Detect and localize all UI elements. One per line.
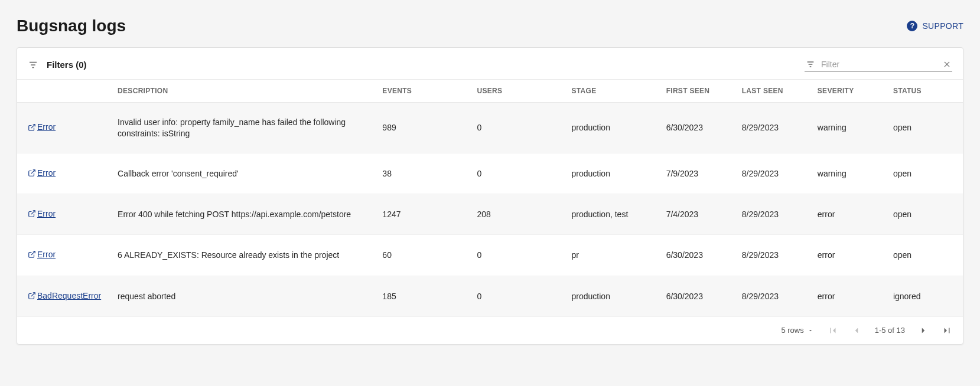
cell-description: 6 ALREADY_EXISTS: Resource already exist…: [112, 235, 376, 276]
cell-first-seen: 6/30/2023: [660, 235, 736, 276]
cell-status: ignored: [887, 276, 963, 316]
cell-users: 0: [471, 235, 565, 276]
logs-table: DESCRIPTION EVENTS USERS STAGE FIRST SEE…: [17, 80, 963, 317]
logs-card: Filters (0) DESCRIPTION EVENTS USERS STA…: [17, 47, 963, 345]
cell-events: 38: [376, 153, 471, 194]
cell-events: 1247: [376, 194, 471, 235]
cell-description: request aborted: [112, 276, 376, 316]
cell-description: Error 400 while fetching POST https://ap…: [112, 194, 376, 235]
cell-users: 0: [471, 153, 565, 194]
cell-status: open: [887, 194, 963, 235]
rows-per-page[interactable]: 5 rows: [781, 326, 813, 335]
cell-last-seen: 8/29/2023: [736, 103, 812, 153]
cell-users: 0: [471, 276, 565, 316]
filter-icon: [806, 60, 815, 69]
cell-stage: pr: [566, 235, 660, 276]
cell-users: 208: [471, 194, 565, 235]
last-page-button[interactable]: [942, 325, 952, 336]
cell-last-seen: 8/29/2023: [736, 276, 812, 316]
cell-first-seen: 7/9/2023: [660, 153, 736, 194]
filters-bar: Filters (0): [17, 48, 963, 80]
cell-events: 989: [376, 103, 471, 153]
cell-last-seen: 8/29/2023: [736, 194, 812, 235]
cell-severity: warning: [812, 153, 887, 194]
external-link-icon: [28, 292, 36, 300]
cell-first-seen: 6/30/2023: [660, 103, 736, 153]
help-icon: ?: [907, 21, 917, 31]
cell-last-seen: 8/29/2023: [736, 235, 812, 276]
error-link-label: Error: [37, 208, 56, 219]
svg-line-10: [31, 211, 35, 214]
cell-first-seen: 6/30/2023: [660, 276, 736, 316]
pagination-range: 1-5 of 13: [875, 326, 905, 335]
svg-line-12: [31, 292, 35, 296]
col-users[interactable]: USERS: [471, 80, 565, 103]
table-header-row: DESCRIPTION EVENTS USERS STAGE FIRST SEE…: [17, 80, 963, 103]
cell-severity: error: [812, 194, 887, 235]
error-link[interactable]: Error: [28, 168, 56, 178]
pagination: 5 rows 1-5 of 13: [17, 317, 963, 344]
col-severity[interactable]: SEVERITY: [812, 80, 887, 103]
first-page-button[interactable]: [828, 325, 838, 336]
col-first-seen[interactable]: FIRST SEEN: [660, 80, 736, 103]
svg-line-9: [31, 170, 35, 174]
error-link[interactable]: Error: [28, 208, 56, 219]
prev-page-button[interactable]: [851, 325, 862, 336]
cell-users: 0: [471, 103, 565, 153]
cell-description: Callback error 'consent_required': [112, 153, 376, 194]
cell-stage: production: [566, 276, 660, 316]
cell-severity: warning: [812, 103, 887, 153]
table-row[interactable]: ErrorError 400 while fetching POST https…: [17, 194, 963, 235]
svg-line-11: [31, 251, 35, 255]
cell-first-seen: 7/4/2023: [660, 194, 736, 235]
cell-severity: error: [812, 235, 887, 276]
error-link-label: Error: [37, 122, 56, 132]
cell-events: 60: [376, 235, 471, 276]
table-row[interactable]: ErrorCallback error 'consent_required'38…: [17, 153, 963, 194]
error-link-label: Error: [37, 249, 56, 260]
chevron-down-icon: [808, 328, 813, 333]
col-description[interactable]: DESCRIPTION: [112, 80, 376, 103]
error-link-label: BadRequestError: [37, 290, 101, 301]
error-link[interactable]: BadRequestError: [28, 290, 101, 301]
error-link[interactable]: Error: [28, 122, 56, 132]
cell-description: Invalid user info: property family_name …: [112, 103, 376, 153]
filter-input[interactable]: [821, 60, 937, 69]
col-status[interactable]: STATUS: [887, 80, 963, 103]
svg-line-8: [31, 124, 35, 127]
external-link-icon: [28, 169, 36, 177]
page-title: Bugsnag logs: [17, 17, 126, 35]
table-row[interactable]: ErrorInvalid user info: property family_…: [17, 103, 963, 153]
cell-stage: production, test: [566, 194, 660, 235]
table-row[interactable]: BadRequestErrorrequest aborted1850produc…: [17, 276, 963, 316]
cell-status: open: [887, 235, 963, 276]
external-link-icon: [28, 123, 36, 132]
external-link-icon: [28, 250, 36, 259]
table-row[interactable]: Error6 ALREADY_EXISTS: Resource already …: [17, 235, 963, 276]
cell-stage: production: [566, 153, 660, 194]
external-link-icon: [28, 210, 36, 218]
cell-status: open: [887, 153, 963, 194]
cell-events: 185: [376, 276, 471, 316]
support-link[interactable]: ? SUPPORT: [907, 21, 963, 31]
error-link-label: Error: [37, 168, 56, 178]
clear-filter-icon[interactable]: [943, 60, 951, 68]
error-link[interactable]: Error: [28, 249, 56, 260]
col-last-seen[interactable]: LAST SEEN: [736, 80, 812, 103]
next-page-button[interactable]: [918, 325, 929, 336]
rows-label: 5 rows: [781, 326, 803, 335]
cell-last-seen: 8/29/2023: [736, 153, 812, 194]
support-label: SUPPORT: [922, 21, 963, 31]
filter-list-icon[interactable]: [28, 60, 38, 70]
filters-title: Filters (0): [47, 60, 87, 70]
cell-stage: production: [566, 103, 660, 153]
col-events[interactable]: EVENTS: [376, 80, 471, 103]
col-stage[interactable]: STAGE: [566, 80, 660, 103]
cell-severity: error: [812, 276, 887, 316]
cell-status: open: [887, 103, 963, 153]
